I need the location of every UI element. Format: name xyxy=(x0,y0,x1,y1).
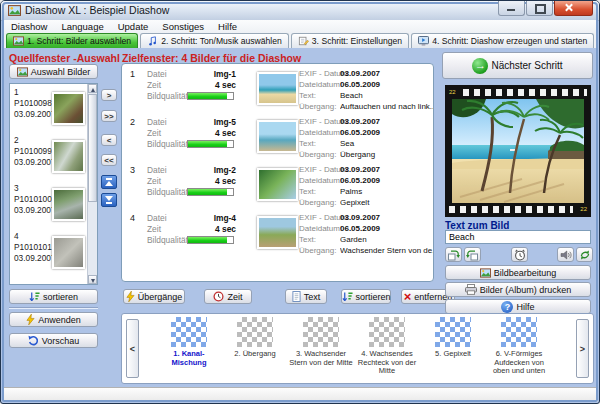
scroll-up-icon[interactable] xyxy=(88,84,97,93)
tab-label: 2. Schritt: Ton/Musik auswählen xyxy=(161,36,282,46)
film-sprockets-bottom xyxy=(449,206,573,213)
help-icon xyxy=(501,301,513,313)
next-arrow-icon xyxy=(472,58,488,74)
move-to-bottom-button[interactable] xyxy=(101,193,117,207)
target-row[interactable]: 2 Datei Img-5 Zeit 4 sec Bildqualität EX… xyxy=(122,115,433,163)
image-edit-button[interactable]: Bildbearbeitung xyxy=(445,265,591,280)
source-thumbnail xyxy=(52,188,85,221)
help-button[interactable]: Hilfe xyxy=(445,299,591,314)
menu-language[interactable]: Language xyxy=(54,21,110,32)
remove-x-icon xyxy=(404,291,412,302)
effect-item[interactable]: 6. V-Förmiges Aufdecken von oben und unt… xyxy=(486,317,552,376)
effect-thumbnail xyxy=(303,317,339,347)
source-list-item[interactable]: 3 P1010100 03.09.2007 xyxy=(10,180,97,228)
undo-arrow-icon xyxy=(28,335,39,346)
effect-thumbnail xyxy=(501,317,537,347)
source-sort-button[interactable]: sortieren xyxy=(9,289,98,304)
effect-thumbnail xyxy=(237,317,273,347)
effects-strip: < > 1. Kanal-Mischung 2. Übergang 3. Wac… xyxy=(121,313,594,384)
time-button[interactable]: Zeit xyxy=(204,289,252,304)
tab-step1-bilder[interactable]: 1. Schritt: Bilder auswählen xyxy=(6,33,138,48)
tab-label: 3. Schritt: Einstellungen xyxy=(312,36,402,46)
preview-film-frame: 22 22 xyxy=(445,85,591,217)
tab-step4-erzeugen[interactable]: 4. Schritt: Diashow erzeugen und starten xyxy=(411,33,594,48)
target-image-list: 1 Datei Img-1 Zeit 4 sec Bildqualität EX… xyxy=(121,63,434,282)
image-text-input[interactable] xyxy=(445,230,591,244)
tab-step2-musik[interactable]: 2. Schritt: Ton/Musik auswählen xyxy=(140,33,289,48)
arrow-top-icon xyxy=(106,178,112,180)
refresh-tool-button[interactable] xyxy=(576,247,593,262)
rotate-right-icon xyxy=(466,249,479,261)
settings-icon xyxy=(298,36,309,46)
film-frame-number: 22 xyxy=(449,89,456,96)
select-images-button[interactable]: Auswahl Bilder xyxy=(9,64,98,79)
beach-preview-image xyxy=(452,99,584,203)
move-right-button[interactable]: > xyxy=(101,89,117,101)
app-window: Diashow XL : Beispiel Diashow Diashow La… xyxy=(0,0,600,404)
tab-label: 1. Schritt: Bilder auswählen xyxy=(27,36,131,46)
transitions-button[interactable]: Übergänge xyxy=(123,289,185,304)
refresh-icon xyxy=(579,249,591,261)
source-thumbnail xyxy=(52,140,85,173)
apply-button[interactable]: Anwenden xyxy=(9,312,98,327)
move-all-left-button[interactable]: << xyxy=(101,154,117,166)
picture-icon xyxy=(13,36,24,46)
menu-sonstiges[interactable]: Sonstiges xyxy=(155,21,211,32)
effect-thumbnail xyxy=(435,317,471,347)
time-tool-button[interactable] xyxy=(511,247,528,262)
film-frame-number: 22 xyxy=(580,206,587,213)
sound-tool-button[interactable] xyxy=(557,247,574,262)
speaker-icon xyxy=(560,249,572,261)
close-button[interactable] xyxy=(554,1,593,16)
target-thumbnail xyxy=(257,216,298,249)
effect-item[interactable]: 5. Gepixelt xyxy=(420,317,486,359)
picture-icon xyxy=(17,67,28,77)
arrow-bottom-icon xyxy=(106,202,112,204)
effects-prev-button[interactable]: < xyxy=(126,319,139,378)
maximize-button[interactable] xyxy=(526,1,553,16)
source-list-item[interactable]: 2 P1010099 03.09.2007 xyxy=(10,132,97,180)
title-bar: Diashow XL : Beispiel Diashow xyxy=(1,1,599,21)
alarm-clock-icon xyxy=(514,249,526,261)
text-button[interactable]: Text xyxy=(285,289,327,304)
app-icon xyxy=(8,4,21,17)
sort-icon xyxy=(29,291,40,302)
minimize-button[interactable] xyxy=(498,1,525,16)
print-album-button[interactable]: Bilder (Album) drucken xyxy=(445,282,591,297)
divider xyxy=(9,307,98,309)
move-left-button[interactable]: < xyxy=(101,134,117,146)
picture-icon xyxy=(480,268,491,278)
rotate-right-button[interactable] xyxy=(464,247,481,262)
move-all-right-button[interactable]: >> xyxy=(101,110,117,122)
move-to-top-button[interactable] xyxy=(101,175,117,189)
target-thumbnail xyxy=(257,168,298,201)
target-row[interactable]: 4 Datei Img-4 Zeit 4 sec Bildqualität EX… xyxy=(122,211,433,259)
menu-diashow[interactable]: Diashow xyxy=(4,21,54,32)
tab-step3-einstellungen[interactable]: 3. Schritt: Einstellungen xyxy=(291,33,409,48)
printer-icon xyxy=(465,284,477,295)
target-thumbnail xyxy=(257,72,298,105)
source-list-scrollbar[interactable] xyxy=(87,84,97,284)
quality-bar xyxy=(187,92,234,100)
next-step-button[interactable]: Nächster Schritt xyxy=(442,52,593,79)
effect-item[interactable]: 2. Übergang xyxy=(222,317,288,359)
scrollbar-thumb[interactable] xyxy=(88,94,97,202)
scroll-down-icon[interactable] xyxy=(88,275,97,284)
document-icon xyxy=(292,291,301,302)
rotate-left-button[interactable] xyxy=(445,247,462,262)
target-row[interactable]: 3 Datei Img-2 Zeit 4 sec Bildqualität EX… xyxy=(122,163,433,211)
effect-item[interactable]: 1. Kanal-Mischung xyxy=(156,317,222,367)
effect-thumbnail xyxy=(369,317,405,347)
quality-bar xyxy=(187,188,234,196)
preview-button[interactable]: Vorschau xyxy=(9,333,98,348)
target-sort-button[interactable]: sortieren xyxy=(341,289,391,304)
target-row[interactable]: 1 Datei Img-1 Zeit 4 sec Bildqualität EX… xyxy=(122,67,433,115)
source-list-item[interactable]: 4 P1010101 03.09.2007 xyxy=(10,228,97,276)
menu-hilfe[interactable]: Hilfe xyxy=(211,21,244,32)
menu-update[interactable]: Update xyxy=(111,21,156,32)
target-thumbnail xyxy=(257,120,298,153)
effects-next-button[interactable]: > xyxy=(576,319,589,378)
effect-item[interactable]: 3. Wachsender Stern von der Mitte xyxy=(288,317,354,367)
effect-item[interactable]: 4. Wachsendes Rechteck von der Mitte xyxy=(354,317,420,376)
source-list-item[interactable]: 1 P1010098 03.09.2007 xyxy=(10,84,97,132)
